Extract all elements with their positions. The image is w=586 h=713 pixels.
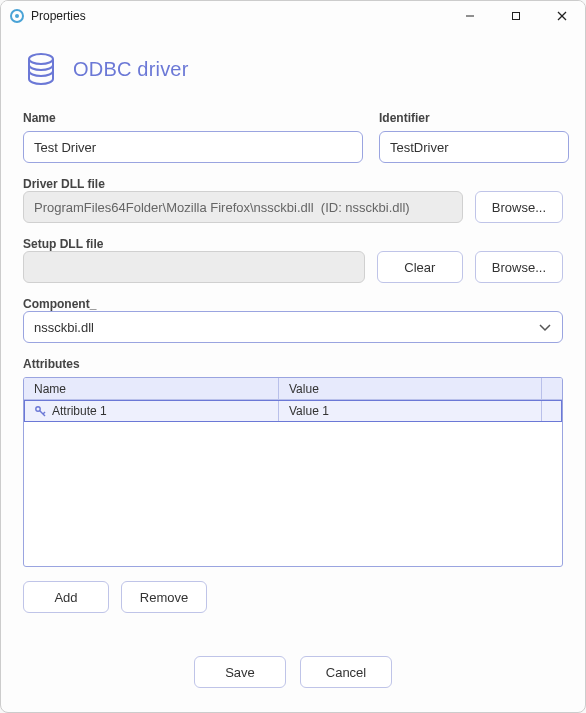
setup-dll-section: Setup DLL file Clear Browse... (23, 237, 563, 283)
minimize-button[interactable] (447, 1, 493, 31)
column-header-tail (542, 378, 562, 399)
dialog-footer: Save Cancel (23, 652, 563, 696)
table-body: Attribute 1 Value 1 (24, 400, 562, 566)
svg-point-6 (29, 54, 53, 64)
properties-window: Properties ODBC driver (0, 0, 586, 713)
identifier-input[interactable] (379, 131, 569, 163)
attributes-label: Attributes (23, 357, 80, 371)
attributes-table: Name Value Attribute 1 Valu (23, 377, 563, 567)
table-row[interactable]: Attribute 1 Value 1 (24, 400, 562, 422)
column-header-name[interactable]: Name (24, 378, 279, 399)
name-id-row: Name Identifier (23, 105, 563, 163)
identifier-label: Identifier (379, 111, 569, 125)
setup-dll-label: Setup DLL file (23, 237, 103, 251)
setup-dll-browse-button[interactable]: Browse... (475, 251, 563, 283)
table-header: Name Value (24, 378, 562, 400)
close-button[interactable] (539, 1, 585, 31)
save-button[interactable]: Save (194, 656, 286, 688)
driver-dll-section: Driver DLL file Browse... (23, 177, 563, 223)
svg-rect-3 (513, 13, 520, 20)
component-section: Component_ nssckbi.dll (23, 297, 563, 343)
attributes-section: Attributes Name Value (23, 357, 563, 613)
attributes-add-button[interactable]: Add (23, 581, 109, 613)
cancel-button[interactable]: Cancel (300, 656, 392, 688)
chevron-down-icon (538, 320, 552, 334)
key-icon (34, 405, 46, 417)
name-input[interactable] (23, 131, 363, 163)
window-title: Properties (31, 9, 86, 23)
app-icon (9, 8, 25, 24)
component-select[interactable]: nssckbi.dll (23, 311, 563, 343)
titlebar: Properties (1, 1, 585, 31)
component-selected-value: nssckbi.dll (34, 320, 94, 335)
page-header: ODBC driver (23, 51, 563, 87)
maximize-button[interactable] (493, 1, 539, 31)
svg-point-1 (15, 14, 19, 18)
attributes-remove-button[interactable]: Remove (121, 581, 207, 613)
svg-line-9 (43, 412, 45, 414)
cell-name: Attribute 1 (52, 404, 107, 418)
cell-value: Value 1 (289, 404, 329, 418)
driver-dll-browse-button[interactable]: Browse... (475, 191, 563, 223)
setup-dll-clear-button[interactable]: Clear (377, 251, 463, 283)
content-area: ODBC driver Name Identifier Driver DLL f… (1, 31, 585, 712)
page-title: ODBC driver (73, 58, 189, 81)
driver-dll-input (23, 191, 463, 223)
database-icon (23, 51, 59, 87)
setup-dll-input (23, 251, 365, 283)
component-label: Component_ (23, 297, 96, 311)
name-label: Name (23, 111, 363, 125)
column-header-value[interactable]: Value (279, 378, 542, 399)
driver-dll-label: Driver DLL file (23, 177, 105, 191)
